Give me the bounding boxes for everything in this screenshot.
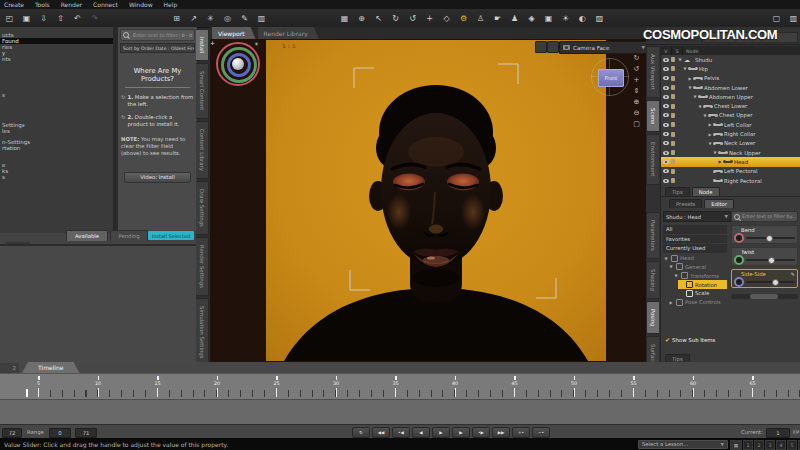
expander-icon[interactable]: ▼ [668, 264, 674, 269]
scene-node-row[interactable]: ▼ Shudu [661, 55, 800, 64]
range-start-field[interactable]: 0 [49, 428, 71, 438]
pane-tab[interactable]: Draw Settings [196, 181, 209, 235]
scene-node-row[interactable]: ▶ Head [661, 157, 800, 166]
product-filter-input[interactable] [131, 31, 182, 39]
selectable-hand-icon[interactable] [671, 150, 675, 155]
playback-button[interactable]: ◀ [412, 427, 430, 438]
viewport-option-icon[interactable] [535, 41, 547, 53]
lesson-grid-icon[interactable]: ▦ [730, 440, 742, 450]
scene-node-row[interactable]: ▶ Left Collar [661, 120, 800, 129]
view-front-button[interactable]: Front [598, 69, 624, 87]
visibility-eye-icon[interactable] [663, 86, 669, 90]
timeline-ruler[interactable]: 5 10 15 20 [0, 373, 800, 400]
selectable-hand-icon[interactable] [671, 85, 675, 90]
param-dial-icon[interactable] [734, 255, 744, 265]
toolbar-icon[interactable]: ⚙ [457, 12, 470, 25]
toolbar-icon[interactable]: ⊕ [355, 12, 368, 25]
menu-item[interactable]: Render [61, 1, 82, 8]
params-tree-row[interactable]: Scale [678, 289, 727, 298]
toolbar-icon[interactable]: ⇧ [54, 12, 67, 25]
camera-selector[interactable]: Camera Face ▼ [559, 41, 646, 54]
visibility-eye-icon[interactable] [663, 104, 669, 108]
lesson-number-button[interactable]: 1 [743, 440, 753, 450]
lesson-number-button[interactable]: 5 [787, 440, 797, 450]
scene-node-row[interactable]: Left Pectoral [661, 167, 800, 176]
params-tab[interactable]: Editor [704, 199, 734, 208]
pane-tab[interactable]: Content Library [196, 121, 209, 179]
selectable-hand-icon[interactable] [671, 66, 675, 71]
scene-node-row[interactable]: ▼ Abdomen Lower [661, 83, 800, 92]
toolbar-icon[interactable]: ▣ [20, 12, 33, 25]
scene-node-row[interactable]: Right Pectoral [661, 176, 800, 185]
selectable-hand-icon[interactable] [671, 76, 675, 81]
toolbar-icon[interactable]: ☀ [559, 12, 572, 25]
menu-item[interactable]: Window [129, 1, 153, 8]
toolbar-icon[interactable]: ♙ [474, 12, 487, 25]
selectable-hand-icon[interactable] [671, 169, 675, 174]
expander-icon[interactable]: ▶ [668, 300, 674, 305]
param-dial-icon[interactable] [734, 233, 744, 243]
visibility-eye-icon[interactable] [663, 141, 669, 145]
pane-tab[interactable]: Shaping [646, 261, 659, 299]
selectable-hand-icon[interactable] [671, 57, 675, 62]
visibility-eye-icon[interactable] [663, 76, 669, 80]
menu-item[interactable]: Connect [93, 1, 118, 8]
pane-bottom-tab[interactable]: Tips [665, 187, 690, 196]
pane-tab[interactable]: Parameters [646, 212, 659, 259]
playback-button[interactable]: ◀◀ [372, 427, 390, 438]
pane-tab[interactable]: Posing [646, 301, 659, 335]
viewport-nav-icon[interactable]: ⊕ [634, 99, 640, 106]
expander-icon[interactable]: ▼ [673, 273, 679, 278]
params-group-item[interactable]: All [663, 225, 727, 234]
params-group-item[interactable]: Currently Used [663, 244, 727, 253]
toolbar-icon[interactable]: ◰ [3, 12, 16, 25]
range-end-field[interactable]: 71 [75, 428, 97, 438]
pane-tab[interactable]: Scene [646, 100, 659, 132]
scene-node-row[interactable]: ▼ Chest Lower [661, 101, 800, 110]
toolbar-icon[interactable]: ✎ [238, 12, 251, 25]
toolbar-icon[interactable]: ↻ [389, 12, 402, 25]
pane-tab[interactable]: Aux Viewport [646, 46, 659, 98]
horizontal-scrollbar[interactable] [731, 294, 798, 299]
toolbar-icon[interactable]: ↖ [372, 12, 385, 25]
toolbar-icon[interactable]: ↗ [187, 12, 200, 25]
params-tree-row[interactable]: ▶ Pose Controls [668, 298, 727, 307]
selectable-hand-icon[interactable] [671, 122, 675, 127]
visibility-eye-icon[interactable] [663, 113, 669, 117]
params-tree-row[interactable]: ▼ Transforms [673, 271, 727, 280]
visibility-eye-icon[interactable] [663, 169, 669, 173]
toolbar-icon[interactable]: ✳ [204, 12, 217, 25]
expander-icon[interactable]: ▼ [663, 256, 669, 261]
selectable-hand-icon[interactable] [671, 141, 675, 146]
pane-bottom-tab[interactable]: Node [692, 187, 720, 196]
tab-timeline[interactable]: Timeline [22, 362, 80, 373]
playback-button[interactable]: ↻ [352, 427, 370, 438]
viewport-nav-icon[interactable]: ▢ [633, 121, 640, 128]
total-frames-field[interactable]: 72 [2, 428, 22, 438]
playback-button[interactable]: ▶ [432, 427, 450, 438]
install-selected-button[interactable]: Install Selected [148, 231, 194, 240]
category-item[interactable]: rtation [0, 145, 113, 151]
toolbar-icon[interactable]: ◈ [525, 12, 538, 25]
params-tree-row[interactable]: Rotation [678, 280, 727, 289]
viewport-nav-icon[interactable]: ⇕ [634, 88, 640, 95]
scene-node-row[interactable]: ▶ Pelvis [661, 74, 800, 83]
visibility-eye-icon[interactable] [663, 132, 669, 136]
tab-pending[interactable]: Pending [110, 230, 148, 241]
visibility-eye-icon[interactable] [663, 151, 669, 155]
viewport-nav-icon[interactable]: ↻ [634, 55, 640, 62]
param-slider-track[interactable] [746, 259, 795, 261]
params-group-item[interactable]: Favorites [663, 235, 727, 244]
scene-node-row[interactable]: ▼ Hip [661, 64, 800, 73]
params-tree-row[interactable]: ▼ Head [663, 254, 727, 263]
visibility-eye-icon[interactable] [663, 95, 669, 99]
pane-tab[interactable]: Simulation Settings [196, 298, 209, 367]
category-item[interactable]: s [0, 174, 113, 180]
sort-dropdown[interactable]: Sort by Order Date : Oldest First ▼ [120, 43, 195, 53]
toolbar-icon[interactable]: ◇ [440, 12, 453, 25]
lesson-selector[interactable]: Select a Lesson... ▼ [638, 440, 728, 449]
toolbar-icon[interactable]: ▣ [542, 12, 555, 25]
toolbar-icon[interactable]: ◎ [221, 12, 234, 25]
scene-node-row[interactable]: ▼ Neck Lower [661, 139, 800, 148]
visibility-eye-icon[interactable] [663, 123, 669, 127]
